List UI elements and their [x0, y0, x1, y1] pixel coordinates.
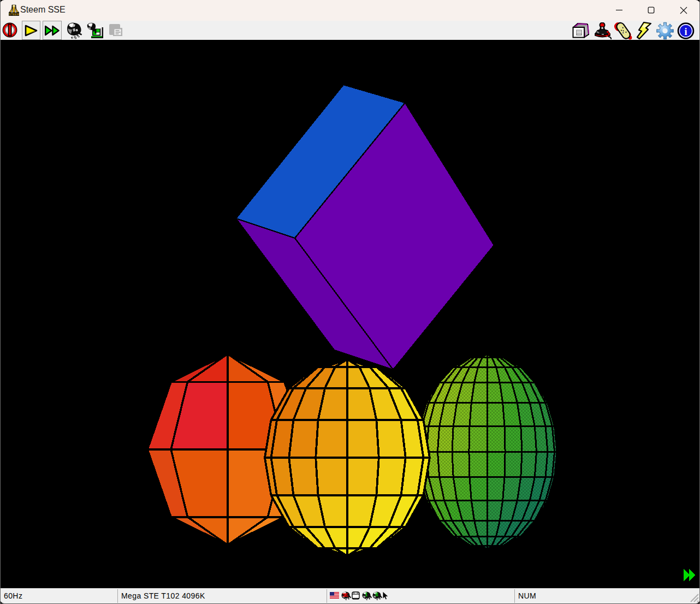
svg-text:i: i	[684, 26, 687, 37]
svg-text:STEEM: STEEM	[9, 13, 19, 16]
